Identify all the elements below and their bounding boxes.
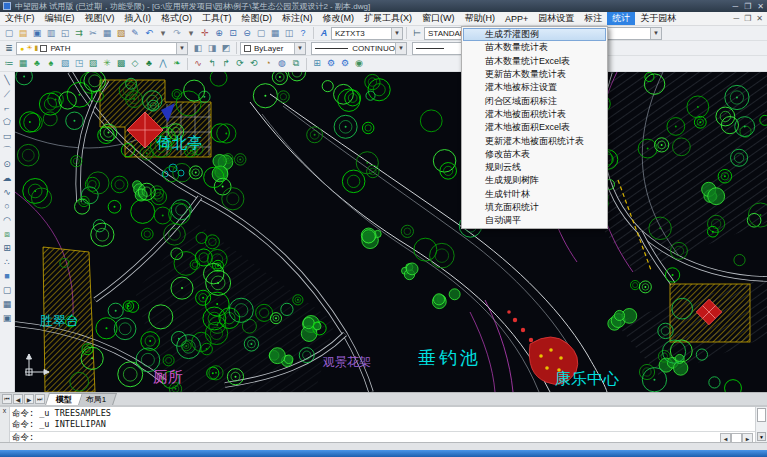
menu-item-13[interactable]: 园林设置	[533, 12, 579, 25]
zoom-previous-icon[interactable]: ⊖	[240, 27, 254, 40]
dropdown-item-4[interactable]: 灌木地被标注设置	[463, 81, 606, 94]
web-globe-icon[interactable]: ◉	[352, 57, 366, 70]
chevron-down-icon[interactable]: ▼	[395, 43, 406, 54]
layer-combo[interactable]: ● ☀ ▮ PATH ▼	[16, 42, 188, 55]
help-icon[interactable]: ?	[296, 27, 310, 40]
doc-minimize-button[interactable]: ─	[733, 14, 739, 23]
dropdown-item-0[interactable]: 生成乔灌图例	[463, 28, 606, 41]
close-button[interactable]: ✕	[757, 2, 764, 11]
layer-color-swatch[interactable]	[40, 45, 47, 52]
refresh-cw-icon[interactable]: ⟳	[233, 57, 247, 70]
menu-item-2[interactable]: 视图(V)	[80, 12, 120, 25]
print-preview-icon[interactable]: ◱	[58, 27, 72, 40]
dropdown-item-6[interactable]: 灌木地被面积统计表	[463, 108, 606, 121]
menu-item-1[interactable]: 编辑(E)	[40, 12, 80, 25]
doc-restore-button[interactable]: ❐	[744, 14, 751, 23]
export-icon[interactable]: ⧉	[289, 57, 303, 70]
leaf-tool-icon[interactable]: ❧	[170, 57, 184, 70]
image-frame-icon[interactable]: ◳	[72, 57, 86, 70]
dropdown-item-8[interactable]: 更新灌木地被面积统计表	[463, 134, 606, 147]
polygon-icon[interactable]: ⬠	[1, 115, 14, 129]
arrow-left-icon[interactable]: ↰	[205, 57, 219, 70]
menu-item-14[interactable]: 标注	[579, 12, 607, 25]
chevron-down-icon[interactable]: ▼	[176, 43, 187, 54]
restore-button[interactable]: ❐	[744, 2, 751, 11]
layer-freeze-sun-icon[interactable]: ☀	[26, 44, 32, 52]
plant-legend-icon[interactable]: ≔	[2, 57, 16, 70]
print-icon[interactable]: ▥	[44, 27, 58, 40]
menu-item-4[interactable]: 格式(O)	[156, 12, 197, 25]
dropdown-item-11[interactable]: 生成规则树阵	[463, 174, 606, 187]
viewport-grid-icon[interactable]: ▦	[268, 27, 282, 40]
hscroll-thumb[interactable]	[731, 433, 742, 443]
menu-item-3[interactable]: 插入(I)	[120, 12, 157, 25]
settings-gear-2-icon[interactable]: ⚙	[338, 57, 352, 70]
hscroll-left-icon[interactable]: ◀	[720, 433, 731, 443]
tab-model[interactable]: 模型	[45, 393, 83, 405]
mtext-image-icon[interactable]: ▣	[1, 311, 14, 325]
chevron-down-icon[interactable]: ▼	[294, 43, 305, 54]
dropdown-item-7[interactable]: 灌木地被面积Excel表	[463, 121, 606, 134]
save-icon[interactable]: ▣	[30, 27, 44, 40]
tree-group-icon[interactable]: ♣	[142, 57, 156, 70]
layer-previous-icon[interactable]: ◧	[191, 42, 205, 55]
dropdown-item-1[interactable]: 苗木数量统计表	[463, 41, 606, 54]
command-close-icon[interactable]: x	[3, 407, 7, 414]
ellipse-arc-icon[interactable]: ◠	[1, 213, 14, 227]
paste-icon[interactable]: ▧	[114, 27, 128, 40]
hatch-icon[interactable]: ■	[1, 269, 14, 283]
dim-style-icon[interactable]: ⊢	[410, 27, 424, 40]
revision-cloud-icon[interactable]: ☁	[1, 171, 14, 185]
redo-icon[interactable]: ↷	[170, 27, 184, 40]
rectangle-icon[interactable]: ▭	[1, 129, 14, 143]
undo-dropdown-icon[interactable]: ▾	[156, 27, 170, 40]
image-insert-icon[interactable]: ▧	[58, 57, 72, 70]
viewport-single-icon[interactable]: ▢	[254, 27, 268, 40]
slope-symbol-icon[interactable]: ⋀	[156, 57, 170, 70]
pan-icon[interactable]: ✛	[198, 27, 212, 40]
menu-item-5[interactable]: 工具(T)	[197, 12, 237, 25]
ellipse-icon[interactable]: ○	[1, 199, 14, 213]
menu-item-15[interactable]: 统计	[607, 12, 635, 25]
command-window[interactable]: x 命令: _u TREESAMPLES 命令: _u INTELLIPAN 命…	[0, 405, 767, 443]
arc-icon[interactable]: ⌒	[1, 143, 14, 157]
command-scrollbar[interactable]: ▼	[755, 407, 767, 442]
zoom-window-icon[interactable]: ⊡	[226, 27, 240, 40]
cut-icon[interactable]: ✂	[86, 27, 100, 40]
text-style-icon[interactable]: A	[317, 27, 331, 40]
dropdown-item-3[interactable]: 更新苗木数量统计表	[463, 68, 606, 81]
open-icon[interactable]: ▤	[16, 27, 30, 40]
scrollbar-thumb[interactable]	[757, 408, 766, 422]
tab-first-button[interactable]: ⏮	[2, 394, 12, 404]
dropdown-item-12[interactable]: 生成针叶林	[463, 188, 606, 201]
menu-item-7[interactable]: 标注(N)	[277, 12, 318, 25]
chevron-down-icon[interactable]: ▼	[650, 28, 661, 39]
lineweight-combo[interactable]	[412, 42, 462, 55]
construction-line-icon[interactable]: ⟋	[1, 87, 14, 101]
color-combo[interactable]: ByLayer ▼	[240, 42, 306, 55]
dropdown-item-2[interactable]: 苗木数量统计Excel表	[463, 55, 606, 68]
flower-bed-icon[interactable]: ✳	[100, 57, 114, 70]
insert-block-icon[interactable]: ⧈	[1, 227, 14, 241]
match-properties-icon[interactable]: ✎	[128, 27, 142, 40]
dropdown-item-5[interactable]: 闭合区域面积标注	[463, 94, 606, 107]
line-icon[interactable]: ╲	[1, 73, 14, 87]
dropdown-item-13[interactable]: 填充面积统计	[463, 201, 606, 214]
polyline-icon[interactable]: ⌐	[1, 101, 14, 115]
lawn-icon[interactable]: ▩	[114, 57, 128, 70]
dropdown-item-14[interactable]: 自动调平	[463, 214, 606, 227]
scrollbar-down-icon[interactable]: ▼	[757, 432, 766, 441]
spline-icon[interactable]: ∿	[1, 185, 14, 199]
undo-icon[interactable]: ↶	[142, 27, 156, 40]
make-block-icon[interactable]: ⊞	[1, 241, 14, 255]
menu-item-10[interactable]: 窗口(W)	[417, 12, 460, 25]
arrow-turn-icon[interactable]: ↱	[219, 57, 233, 70]
text-style-combo[interactable]: KZTXT3▼	[331, 27, 403, 40]
region-icon[interactable]: ▢	[1, 283, 14, 297]
copy-icon[interactable]: ▦	[100, 27, 114, 40]
new-icon[interactable]: ▢	[2, 27, 16, 40]
refresh-ccw-icon[interactable]: ⟲	[247, 57, 261, 70]
table-icon[interactable]: ▦	[1, 297, 14, 311]
layer-states-icon[interactable]: ◨	[205, 42, 219, 55]
point-icon[interactable]: ∴	[1, 255, 14, 269]
